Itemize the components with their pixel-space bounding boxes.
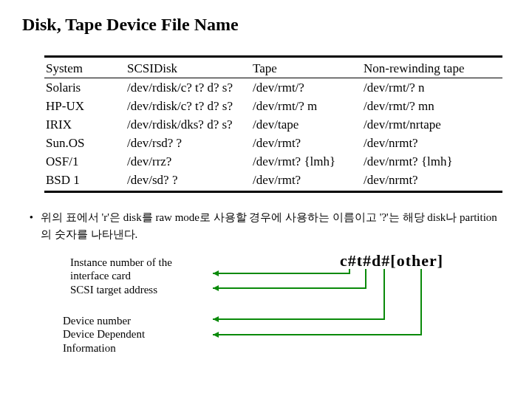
device-table-wrapper: System SCSIDisk Tape Non-rewinding tape … bbox=[44, 55, 502, 193]
cell-system: Sun.OS bbox=[44, 134, 126, 152]
cell-scsidisk: /dev/rdisk/c? t? d? s? bbox=[126, 97, 251, 115]
label-devdep-line1: Device Dependent bbox=[63, 327, 211, 341]
cell-scsidisk: /dev/rdisk/c? t? d? s? bbox=[126, 78, 251, 98]
svg-marker-1 bbox=[213, 285, 219, 291]
page-title: Disk, Tape Device File Name bbox=[22, 15, 510, 35]
bullet-icon: • bbox=[22, 209, 41, 244]
cell-system: OSF/1 bbox=[44, 152, 126, 171]
label-instance-line2: interface card bbox=[70, 269, 211, 283]
cell-scsidisk: /dev/rsd? ? bbox=[126, 134, 251, 152]
cell-nonrew: /dev/nrmt? bbox=[362, 134, 502, 152]
svg-marker-0 bbox=[213, 270, 219, 276]
cell-system: IRIX bbox=[44, 115, 126, 134]
table-row: BSD 1 /dev/sd? ? /dev/rmt? /dev/nrmt? bbox=[44, 171, 502, 189]
cell-tape: /dev/tape bbox=[251, 115, 362, 134]
table-header-row: System SCSIDisk Tape Non-rewinding tape bbox=[44, 59, 502, 78]
cell-system: Solaris bbox=[44, 78, 126, 98]
explanatory-note: • 위의 표에서 'r'은 disk를 raw mode로 사용할 경우에 사용… bbox=[22, 209, 510, 244]
cell-nonrew: /dev/nrmt? {lmh} bbox=[362, 152, 502, 171]
table-row: OSF/1 /dev/rrz? /dev/rmt? {lmh} /dev/nrm… bbox=[44, 152, 502, 171]
fmt-c: c# bbox=[340, 251, 357, 270]
cell-scsidisk: /dev/rrz? bbox=[126, 152, 251, 171]
cell-nonrew: /dev/nrmt? bbox=[362, 171, 502, 189]
col-header-system: System bbox=[44, 59, 126, 78]
fmt-d: d# bbox=[372, 251, 390, 270]
cell-tape: /dev/rmt/? m bbox=[251, 97, 362, 115]
cell-nonrew: /dev/rmt/? mn bbox=[362, 97, 502, 115]
label-device-block: Device number Device Dependent Informati… bbox=[63, 314, 211, 355]
cell-scsidisk: /dev/sd? ? bbox=[126, 171, 251, 189]
col-header-tape: Tape bbox=[251, 59, 362, 78]
device-name-format: c#t#d#[other] bbox=[340, 251, 443, 270]
fmt-t: t# bbox=[357, 251, 372, 270]
cell-tape: /dev/rmt? {lmh} bbox=[251, 152, 362, 171]
cell-nonrew: /dev/rmt/nrtape bbox=[362, 115, 502, 134]
cell-nonrew: /dev/rmt/? n bbox=[362, 78, 502, 98]
label-devdep-line2: Information bbox=[63, 341, 211, 355]
col-header-scsidisk: SCSIDisk bbox=[126, 59, 251, 78]
col-header-nonrewinding: Non-rewinding tape bbox=[362, 59, 502, 78]
fmt-other: [other] bbox=[390, 251, 443, 270]
cell-system: HP-UX bbox=[44, 97, 126, 115]
cell-tape: /dev/rmt/? bbox=[251, 78, 362, 98]
device-table: System SCSIDisk Tape Non-rewinding tape … bbox=[44, 59, 502, 189]
cell-scsidisk: /dev/rdisk/dks? d? s? bbox=[126, 115, 251, 134]
table-row: HP-UX /dev/rdisk/c? t? d? s? /dev/rmt/? … bbox=[44, 97, 502, 115]
note-text: 위의 표에서 'r'은 disk를 raw mode로 사용할 경우에 사용하는… bbox=[41, 209, 510, 244]
cell-tape: /dev/rmt? bbox=[251, 171, 362, 189]
table-row: IRIX /dev/rdisk/dks? d? s? /dev/tape /de… bbox=[44, 115, 502, 134]
naming-diagram: c#t#d#[other] Instance number of the int… bbox=[22, 251, 510, 366]
cell-tape: /dev/rmt? bbox=[251, 134, 362, 152]
svg-marker-3 bbox=[213, 332, 219, 338]
label-instance-line1: Instance number of the bbox=[70, 256, 211, 270]
table-row: Solaris /dev/rdisk/c? t? d? s? /dev/rmt/… bbox=[44, 78, 502, 98]
svg-marker-2 bbox=[213, 316, 219, 322]
label-scsi-target: SCSI target address bbox=[70, 283, 211, 297]
label-instance-block: Instance number of the interface card SC… bbox=[70, 256, 211, 297]
label-device-number: Device number bbox=[63, 314, 211, 328]
cell-system: BSD 1 bbox=[44, 171, 126, 189]
table-row: Sun.OS /dev/rsd? ? /dev/rmt? /dev/nrmt? bbox=[44, 134, 502, 152]
